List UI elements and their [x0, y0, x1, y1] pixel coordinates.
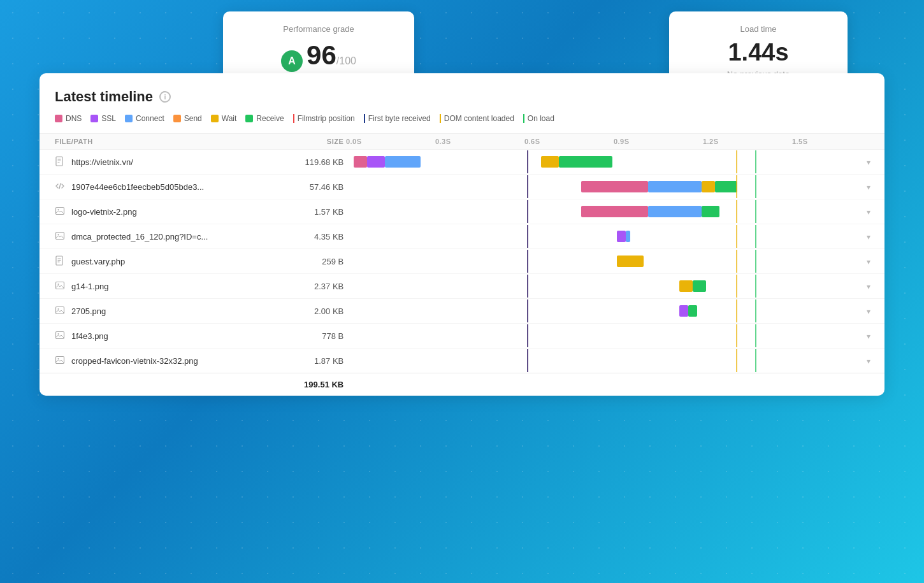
legend-item: DOM content loaded — [440, 114, 514, 123]
chevron-down-icon[interactable]: ▾ — [867, 158, 870, 167]
chevron-down-icon[interactable]: ▾ — [867, 282, 870, 291]
file-cell: 1f4e3.png — [40, 324, 282, 349]
file-path: https://vietnix.vn/ — [71, 157, 133, 167]
file-path: dmca_protected_16_120.png?ID=c... — [71, 232, 208, 241]
svg-rect-7 — [56, 233, 64, 240]
size-cell: 259 B — [282, 249, 354, 274]
file-cell: 1907e44ee6cb1feecbeb5d05bde3... — [40, 175, 282, 199]
vertical-marker — [755, 349, 756, 372]
vertical-marker — [736, 175, 737, 198]
timing-bar — [688, 305, 697, 317]
chevron-down-icon[interactable]: ▾ — [867, 357, 870, 366]
time-marker: 1.2s — [703, 138, 719, 145]
vertical-marker — [736, 225, 737, 248]
load-card-value: 1.44s — [689, 40, 827, 64]
expand-cell[interactable]: ▾ — [853, 299, 884, 324]
chart-cell — [354, 299, 853, 324]
perf-score-denom: /100 — [336, 55, 356, 67]
col-size: SIZE — [282, 134, 354, 150]
legend-item: First byte received — [364, 114, 431, 123]
file-path: cropped-favicon-vietnix-32x32.png — [71, 356, 198, 366]
chevron-down-icon[interactable]: ▾ — [867, 257, 870, 266]
vertical-marker — [755, 299, 756, 322]
svg-line-4 — [59, 184, 61, 189]
table-row[interactable]: 1907e44ee6cb1feecbeb5d05bde3...57.46 KB▾ — [40, 175, 884, 199]
time-marker: 0.0s — [346, 138, 362, 145]
total-label — [40, 373, 282, 396]
time-marker: 0.6s — [524, 138, 540, 145]
time-marker: 0.3s — [435, 138, 451, 145]
chevron-down-icon[interactable]: ▾ — [867, 183, 870, 192]
expand-cell[interactable]: ▾ — [853, 324, 884, 349]
chevron-down-icon[interactable]: ▾ — [867, 233, 870, 241]
vertical-marker — [527, 175, 528, 198]
table-row[interactable]: 2705.png2.00 KB▾ — [40, 299, 884, 324]
timing-bar — [559, 156, 612, 168]
expand-cell[interactable]: ▾ — [853, 175, 884, 199]
expand-cell[interactable]: ▾ — [853, 224, 884, 249]
svg-point-14 — [58, 284, 59, 285]
legend: DNSSSLConnectSendWaitReceiveFilmstrip po… — [40, 114, 884, 123]
table-row[interactable]: logo-vietnix-2.png1.57 KB▾ — [40, 199, 884, 224]
file-cell: cropped-favicon-vietnix-32x32.png — [40, 349, 282, 373]
vertical-marker — [736, 299, 737, 322]
vertical-marker — [736, 150, 737, 173]
timing-bar — [617, 231, 626, 242]
timing-bar — [541, 156, 559, 168]
file-cell: g14-1.png — [40, 274, 282, 299]
image-icon — [55, 330, 66, 342]
timing-bar — [648, 206, 702, 217]
total-size: 199.51 KB — [282, 373, 354, 396]
vertical-marker — [527, 200, 528, 223]
file-cell: https://vietnix.vn/ — [40, 150, 282, 175]
expand-cell[interactable]: ▾ — [853, 274, 884, 299]
svg-point-8 — [58, 234, 59, 235]
legend-item: Filmstrip position — [293, 114, 355, 123]
size-cell: 2.37 KB — [282, 274, 354, 299]
timing-bar — [385, 156, 421, 168]
vertical-marker — [755, 175, 756, 198]
table-row[interactable]: dmca_protected_16_120.png?ID=c...4.35 KB… — [40, 224, 884, 249]
chevron-down-icon[interactable]: ▾ — [867, 307, 870, 316]
vertical-marker — [755, 250, 756, 273]
svg-rect-19 — [56, 357, 64, 364]
perf-card-title: Performance grade — [243, 24, 394, 34]
table-row[interactable]: guest.vary.php259 B▾ — [40, 249, 884, 274]
expand-cell[interactable]: ▾ — [853, 349, 884, 373]
chart-cell — [354, 224, 853, 249]
legend-item: Connect — [125, 114, 164, 123]
expand-cell[interactable]: ▾ — [853, 249, 884, 274]
chevron-down-icon[interactable]: ▾ — [867, 208, 870, 217]
timing-bar — [702, 181, 715, 192]
table-row[interactable]: cropped-favicon-vietnix-32x32.png1.87 KB… — [40, 349, 884, 373]
image-icon — [55, 280, 66, 292]
expand-cell[interactable]: ▾ — [853, 150, 884, 175]
file-path: g14-1.png — [71, 282, 109, 291]
chart-cell — [354, 199, 853, 224]
vertical-marker — [736, 324, 737, 347]
col-file: FILE/PATH — [40, 134, 282, 150]
expand-cell[interactable]: ▾ — [853, 199, 884, 224]
vertical-marker — [755, 324, 756, 347]
file-path: 2705.png — [71, 306, 106, 316]
code-icon — [55, 181, 66, 192]
info-icon[interactable]: i — [159, 91, 171, 103]
size-cell: 2.00 KB — [282, 299, 354, 324]
vertical-marker — [527, 324, 528, 347]
file-path: 1907e44ee6cb1feecbeb5d05bde3... — [71, 182, 204, 192]
table-row[interactable]: g14-1.png2.37 KB▾ — [40, 274, 884, 299]
panel-header: Latest timeline i — [40, 89, 884, 105]
col-expand — [853, 134, 884, 150]
vertical-marker — [527, 349, 528, 372]
table-row[interactable]: https://vietnix.vn/119.68 KB▾ — [40, 150, 884, 175]
table-row[interactable]: 1f4e3.png778 B▾ — [40, 324, 884, 349]
image-icon — [55, 231, 66, 242]
timing-bar — [715, 181, 737, 192]
chevron-down-icon[interactable]: ▾ — [867, 332, 870, 341]
chart-cell — [354, 249, 853, 274]
time-marker: 0.9s — [614, 138, 630, 145]
panel-title: Latest timeline — [55, 89, 153, 105]
size-cell: 778 B — [282, 324, 354, 349]
size-cell: 57.46 KB — [282, 175, 354, 199]
svg-rect-15 — [56, 307, 64, 314]
